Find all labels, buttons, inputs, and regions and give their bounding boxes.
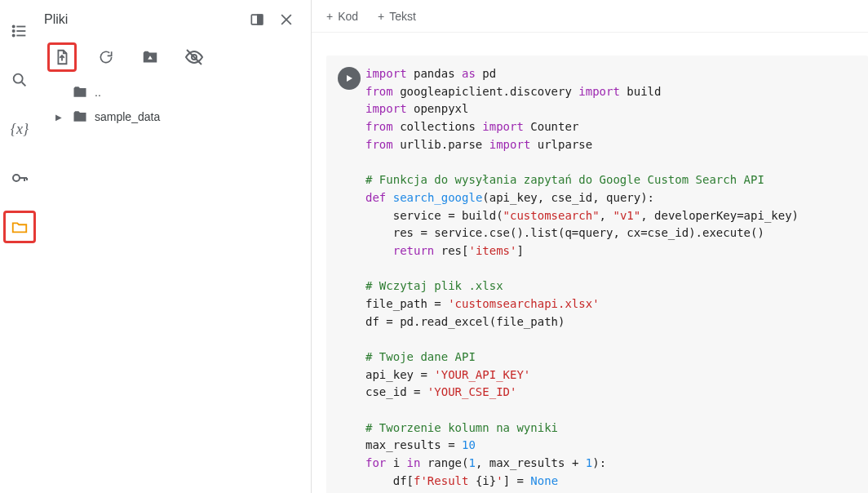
refresh-button[interactable] xyxy=(91,42,121,72)
cells-container: import pandas as pd from googleapiclient… xyxy=(312,33,868,493)
add-code-label: Kod xyxy=(338,10,358,23)
file-tree: .. ▶ sample_data xyxy=(39,77,311,129)
code-editor[interactable]: import pandas as pd from googleapiclient… xyxy=(365,65,858,491)
code-cell[interactable]: import pandas as pd from googleapiclient… xyxy=(326,56,868,493)
svg-point-8 xyxy=(13,175,20,181)
svg-point-4 xyxy=(13,30,15,32)
add-text-label: Tekst xyxy=(389,10,416,23)
upload-file-button[interactable] xyxy=(47,42,77,72)
svg-point-5 xyxy=(13,34,15,36)
mount-drive-button[interactable] xyxy=(135,42,165,72)
secrets-icon[interactable] xyxy=(3,162,36,194)
tree-item-sample-data[interactable]: ▶ sample_data xyxy=(55,104,304,129)
svg-line-7 xyxy=(22,82,26,87)
files-icon[interactable] xyxy=(3,211,36,243)
close-icon[interactable] xyxy=(272,5,301,34)
files-panel: Pliki .. ▶ xyxy=(39,0,312,493)
search-icon[interactable] xyxy=(3,64,36,96)
left-rail: {x} xyxy=(0,0,39,493)
svg-point-6 xyxy=(14,74,23,83)
tree-label: sample_data xyxy=(95,110,160,123)
toc-icon[interactable] xyxy=(3,15,36,47)
tree-parent-dir[interactable]: .. xyxy=(55,80,304,104)
add-code-button[interactable]: + Kod xyxy=(326,10,358,23)
svg-point-3 xyxy=(13,25,15,27)
notebook-toolbar: + Kod + Tekst xyxy=(312,0,868,33)
svg-marker-20 xyxy=(347,75,352,82)
variables-icon[interactable]: {x} xyxy=(3,113,36,145)
folder-icon xyxy=(72,84,88,100)
tree-label: .. xyxy=(95,86,101,99)
run-cell-button[interactable] xyxy=(338,67,361,90)
plus-icon: + xyxy=(378,10,384,23)
svg-rect-13 xyxy=(258,15,263,24)
add-text-button[interactable]: + Tekst xyxy=(378,10,416,23)
files-title: Pliki xyxy=(42,12,242,27)
main-area: + Kod + Tekst import pandas as pd from g… xyxy=(312,0,868,493)
files-header: Pliki xyxy=(39,0,311,39)
run-column xyxy=(333,65,365,491)
new-window-icon[interactable] xyxy=(242,5,272,34)
files-toolbar xyxy=(39,39,311,77)
toggle-hidden-button[interactable] xyxy=(179,42,209,72)
chevron-right-icon: ▶ xyxy=(55,113,65,122)
folder-icon xyxy=(72,109,88,125)
plus-icon: + xyxy=(326,10,333,23)
